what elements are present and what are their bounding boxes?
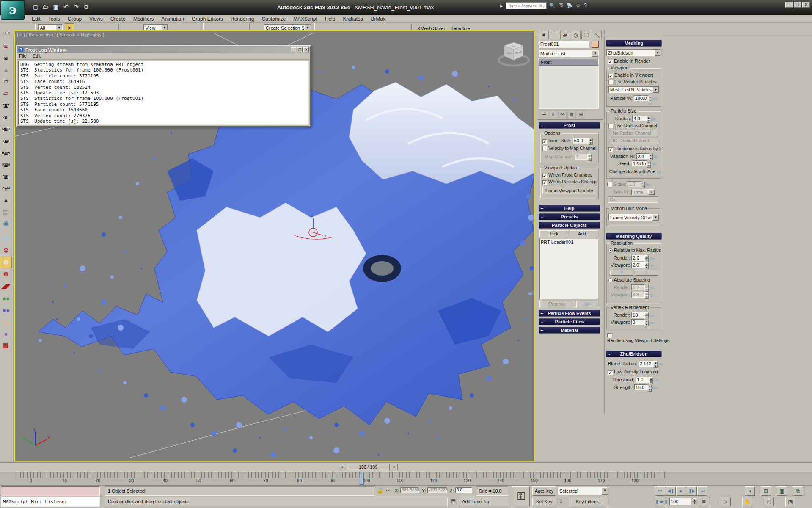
object-name-field[interactable]: Frost001 xyxy=(539,41,589,48)
shelf-button[interactable]: ▲ DEL xyxy=(0,170,12,182)
infocenter-icon[interactable]: ? xyxy=(584,3,590,8)
status-icon[interactable]: ▣ xyxy=(777,486,787,496)
shelf-button[interactable]: ▤ xyxy=(0,206,12,218)
search-input[interactable] xyxy=(506,2,547,9)
shelf-button[interactable]: ▲ MKR xyxy=(0,123,12,135)
particle-objects-rollout-header[interactable]: -Particle Objects xyxy=(539,222,600,229)
shelf-button[interactable]: ● xyxy=(0,328,12,340)
when-particles-checkbox[interactable]: ✓ xyxy=(542,180,547,185)
playback-button[interactable]: ◀❚ xyxy=(666,486,676,496)
menu-item[interactable]: Krakatoa xyxy=(339,15,367,23)
vr-render-field[interactable]: 10 xyxy=(631,312,645,318)
shelf-button[interactable]: ▬ xyxy=(0,316,12,328)
spinner[interactable]: ▲▼ xyxy=(654,361,658,367)
enable-render-checkbox[interactable]: ✓ xyxy=(608,60,613,64)
resolution-render-field[interactable]: 2.0 xyxy=(631,255,645,261)
when-frost-checkbox[interactable]: ✓ xyxy=(542,174,547,178)
modifier-list-dropdown[interactable]: Modifier List▼ xyxy=(539,50,599,57)
chevron-down-icon[interactable]: ▼ xyxy=(592,50,598,57)
menu-item[interactable]: Customize xyxy=(258,15,289,23)
meshing-quality-rollout-header[interactable]: -Meshing Quality xyxy=(606,233,662,240)
chevron-down-icon[interactable]: ▼ xyxy=(652,87,659,93)
strength-field[interactable]: 15.0 xyxy=(634,384,648,390)
spinner[interactable]: ▲▼ xyxy=(645,320,649,326)
mesher-dropdown[interactable]: Zhu/Bridson▼ xyxy=(606,49,661,56)
set-keys-big-button[interactable]: ⚿ xyxy=(512,486,530,506)
qat-icon[interactable]: 🗁 xyxy=(41,3,51,12)
log-window-control[interactable]: ❐ xyxy=(297,47,303,52)
vr-viewport-field[interactable]: 0 xyxy=(631,319,645,325)
variation-field[interactable]: 0.4 xyxy=(636,153,649,159)
mesh-mode-dropdown[interactable]: Mesh First N Particles▼ xyxy=(608,86,659,93)
chevron-down-icon[interactable]: ▼ xyxy=(602,487,608,495)
menu-item[interactable]: Help xyxy=(321,15,339,23)
infocenter-icon[interactable]: ⚿ xyxy=(559,3,566,8)
menu-item[interactable]: Modifiers xyxy=(129,15,158,23)
qat-icon[interactable]: ↶ xyxy=(61,3,71,12)
icon-checkbox[interactable]: ✓ xyxy=(542,139,547,144)
qat-icon[interactable]: ▢ xyxy=(30,3,41,12)
shelf-button[interactable]: ▲ UI xyxy=(0,52,12,64)
auto-key-button[interactable]: Auto Key xyxy=(532,486,556,496)
shelf-button[interactable]: ▲ FFX xyxy=(0,135,12,146)
viewport-label[interactable]: [ + ] [ Perspective ] [ Smooth + Highlig… xyxy=(17,32,104,37)
add-button[interactable]: Add... xyxy=(570,230,598,237)
selection-lock-icon[interactable]: 🔒 xyxy=(377,487,383,494)
panel-tab[interactable]: ✸ xyxy=(539,31,549,39)
add-time-tag[interactable]: Add Time Tag xyxy=(460,497,508,506)
help-question-icon[interactable]: ? xyxy=(18,47,24,52)
flow-arrows-button[interactable]: ▷▷ xyxy=(576,301,598,307)
spinner[interactable]: ▲▼ xyxy=(589,138,593,144)
shelf-button[interactable]: ❆ xyxy=(0,233,12,245)
spinner[interactable]: ▲▼ xyxy=(648,385,652,391)
frost-rollout-header[interactable]: -Frost xyxy=(539,122,600,129)
status-icon[interactable]: ▷ xyxy=(721,497,731,506)
presets-rollout-header[interactable]: +Presets xyxy=(539,213,600,220)
infocenter-icon[interactable]: 🔍 xyxy=(549,3,559,8)
shelf-button[interactable]: ▲ xyxy=(0,194,12,206)
spinner[interactable]: ▲▼ xyxy=(648,96,652,102)
meshing-rollout-header[interactable]: -Meshing xyxy=(606,40,662,47)
spinner[interactable]: ▲▼ xyxy=(645,312,649,318)
particle-objects-list[interactable]: PRT Loader001 xyxy=(539,239,598,299)
copy-down-button[interactable]: ▼ xyxy=(610,270,633,276)
key-filters-button[interactable]: Key Filters... xyxy=(569,497,608,506)
chevron-down-icon[interactable]: ▼ xyxy=(652,214,659,221)
log-menu-item[interactable]: File xyxy=(19,53,27,58)
threshold-field[interactable]: 1.0 xyxy=(636,377,649,383)
menu-item[interactable]: Rendering xyxy=(227,15,258,23)
material-rollout-header[interactable]: +Material xyxy=(539,327,600,334)
shelf-button[interactable]: ❆ xyxy=(0,268,12,280)
shelf-button[interactable]: ▦ xyxy=(0,340,12,351)
stack-tool-icon[interactable]: ‖ xyxy=(549,110,557,118)
stack-tool-icon[interactable]: ⊞ xyxy=(577,110,585,118)
spinner[interactable]: ▲▼ xyxy=(649,154,653,160)
current-frame-field[interactable]: 100 xyxy=(669,498,691,505)
toolbar-icon[interactable]: ⧟ xyxy=(3,29,12,38)
particle-flow-events-rollout-header[interactable]: +Particle Flow Events xyxy=(539,310,600,317)
stack-tool-icon[interactable]: 🗑 xyxy=(567,110,576,118)
shelf-button[interactable]: ●● xyxy=(0,292,12,304)
next-frame-button[interactable]: > xyxy=(391,464,398,470)
key-mode-toggle[interactable]: ❚◀▶❚ xyxy=(655,497,665,506)
modifier-stack[interactable]: Frost xyxy=(539,59,599,109)
shelf-button[interactable]: ▲ CAM xyxy=(0,182,12,194)
blend-radius-field[interactable]: 2.142 xyxy=(639,361,654,367)
chevron-down-icon[interactable]: ▼ xyxy=(655,50,661,56)
spinner[interactable]: ▲▼ xyxy=(645,255,649,261)
spinner[interactable]: ▲▼ xyxy=(647,161,651,167)
panel-tab[interactable]: ◎ xyxy=(571,31,581,39)
shelf-button[interactable]: ●● xyxy=(0,304,12,316)
stack-tool-icon[interactable]: ⊶ xyxy=(539,110,548,118)
panel-tab[interactable]: 🔨 xyxy=(592,31,602,39)
shelf-button[interactable]: ▱ xyxy=(0,75,12,87)
toolbar-overflow-arrow[interactable]: ▶ xyxy=(500,4,503,8)
mini-listener-pink[interactable] xyxy=(1,486,100,496)
shelf-button[interactable]: ▲ HAIR xyxy=(0,146,12,158)
shelf-button[interactable]: ❆ xyxy=(0,257,12,268)
pick-button[interactable]: Pick xyxy=(539,230,568,237)
spinner[interactable]: ▲▼ xyxy=(649,377,653,383)
infocenter-icon[interactable]: ☆ xyxy=(576,3,584,8)
menu-item[interactable]: Views xyxy=(85,15,107,23)
log-title-bar[interactable]: ? Frost Log Window —❐✕ xyxy=(17,46,310,53)
